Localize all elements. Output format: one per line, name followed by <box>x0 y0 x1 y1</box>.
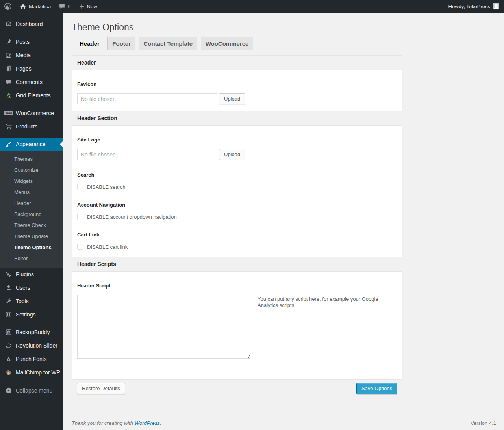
disable-account-nav-label: DISABLE account dropdown navigation <box>87 214 177 220</box>
submenu-item-theme-update[interactable]: Theme Update <box>0 231 63 242</box>
new-menu[interactable]: New <box>75 0 101 13</box>
comment-bubble-icon <box>59 3 65 10</box>
site-logo-file-input[interactable] <box>77 149 217 160</box>
sidebar-item-appearance[interactable]: Appearance <box>0 138 63 151</box>
home-icon <box>20 3 26 10</box>
disable-cart-link-checkbox[interactable] <box>77 244 83 250</box>
header-script-textarea[interactable] <box>77 295 250 359</box>
site-name-menu[interactable]: Marketica <box>16 0 55 13</box>
sidebar-item-label: Punch Fonts <box>16 356 47 362</box>
sidebar-item-media[interactable]: Media <box>0 48 63 62</box>
sidebar-item-label: Appearance <box>16 141 46 147</box>
mailchimp-icon <box>5 369 13 376</box>
wrench-icon <box>5 297 13 305</box>
sidebar-item-woocommerce[interactable]: Woo WooCommerce <box>0 106 63 120</box>
submenu-item-theme-options[interactable]: Theme Options <box>0 242 63 253</box>
submenu-item-editor[interactable]: Editor <box>0 253 63 264</box>
sliders-icon <box>5 311 13 318</box>
submenu-item-widgets[interactable]: Widgets <box>0 176 63 187</box>
sidebar-item-label: Media <box>16 52 31 58</box>
account-menu[interactable]: Howdy, TokoPress <box>448 3 504 9</box>
tab-contact-template[interactable]: Contact Template <box>139 37 197 50</box>
save-options-button[interactable]: Save Options <box>356 383 397 394</box>
sidebar-item-label: BackupBuddy <box>16 329 50 335</box>
sidebar-separator <box>0 321 63 326</box>
sidebar-item-users[interactable]: Users <box>0 281 63 294</box>
tab-header[interactable]: Header <box>75 37 104 50</box>
submenu-item-menus[interactable]: Menus <box>0 187 63 198</box>
sidebar-separator <box>0 102 63 106</box>
sidebar-item-label: Users <box>16 285 30 291</box>
main-content: Theme Options Header Footer Contact Temp… <box>63 13 504 430</box>
disable-search-checkbox[interactable] <box>77 184 83 190</box>
section-header-bar: Header <box>72 56 402 70</box>
disable-cart-link-label: DISABLE cart link <box>87 244 128 250</box>
sidebar-item-label: WooCommerce <box>16 110 54 116</box>
panel-action-bar: Restore Defaults Save Options <box>72 379 402 398</box>
sidebar-item-label: Products <box>16 123 37 130</box>
section-header-section-bar: Header Section <box>72 111 402 126</box>
sidebar-item-plugins[interactable]: Plugins <box>0 268 63 281</box>
sidebar-item-tools[interactable]: Tools <box>0 294 63 308</box>
pages-icon <box>5 65 13 73</box>
tab-woocommerce[interactable]: WooCommerce <box>201 37 254 50</box>
sidebar-item-grid-elements[interactable]: Grid Elements <box>0 89 63 102</box>
cart-link-label: Cart Link <box>72 232 402 238</box>
sidebar-item-label: Plugins <box>16 271 34 277</box>
section-header-scripts-bar: Header Scripts <box>72 257 402 272</box>
media-icon <box>5 51 13 59</box>
restore-defaults-button[interactable]: Restore Defaults <box>77 383 125 394</box>
favicon-file-input[interactable] <box>77 93 217 104</box>
account-navigation-label: Account Navigation <box>72 202 402 208</box>
disable-account-nav-checkbox[interactable] <box>77 214 83 220</box>
submenu-item-header[interactable]: Header <box>0 198 63 209</box>
comments-menu[interactable]: 0 <box>55 0 74 13</box>
sidebar-item-mailchimp[interactable]: MailChimp for WP <box>0 366 63 379</box>
sidebar-item-pages[interactable]: Pages <box>0 62 63 75</box>
tab-footer[interactable]: Footer <box>107 37 135 50</box>
wordpress-logo-menu[interactable] <box>0 0 16 13</box>
sidebar-separator <box>0 31 63 35</box>
collapse-menu-label: Collapse menu <box>16 387 52 394</box>
site-logo-upload-button[interactable]: Upload <box>219 149 245 160</box>
favicon-upload-button[interactable]: Upload <box>219 93 245 104</box>
refresh-icon <box>5 342 13 350</box>
cart-icon <box>5 123 13 130</box>
sidebar-item-label: Grid Elements <box>16 92 51 99</box>
dashboard-icon <box>5 20 13 28</box>
submenu-item-theme-check[interactable]: Theme Check <box>0 220 63 231</box>
header-script-label: Header Script <box>72 283 402 289</box>
sidebar-item-backupbuddy[interactable]: BackupBuddy <box>0 326 63 339</box>
footer-period: . <box>160 420 161 426</box>
submenu-item-background[interactable]: Background <box>0 209 63 220</box>
sidebar-item-label: Settings <box>16 311 36 318</box>
wordpress-link[interactable]: WordPress <box>135 420 160 426</box>
sidebar-item-label: Posts <box>16 39 30 45</box>
theme-options-tabs: Header Footer Contact Template WooCommer… <box>72 37 496 50</box>
submenu-item-themes[interactable]: Themes <box>0 154 63 165</box>
sidebar-item-revolution-slider[interactable]: Revolution Slider <box>0 339 63 352</box>
sidebar-item-settings[interactable]: Settings <box>0 308 63 321</box>
sidebar-item-posts[interactable]: Posts <box>0 35 63 48</box>
sidebar-separator <box>0 133 63 138</box>
page-title: Theme Options <box>72 22 496 33</box>
sidebar-item-punch-fonts[interactable]: A Punch Fonts <box>0 352 63 366</box>
sidebar-item-label: Pages <box>16 65 32 72</box>
options-panel: Header Favicon Upload Header Section Sit… <box>72 55 402 398</box>
collapse-menu-button[interactable]: Collapse menu <box>0 384 63 397</box>
submenu-item-customize[interactable]: Customize <box>0 165 63 176</box>
admin-footer: Thank you for creating with WordPress. V… <box>72 420 496 430</box>
sidebar-item-comments[interactable]: Comments <box>0 75 63 89</box>
search-label: Search <box>72 172 402 178</box>
sidebar-item-dashboard[interactable]: Dashboard <box>0 17 63 31</box>
grid-elements-icon <box>5 91 13 99</box>
collapse-arrow-icon <box>5 387 13 395</box>
plus-icon <box>79 4 85 9</box>
sidebar-item-label: Tools <box>16 298 29 304</box>
favicon-label: Favicon <box>72 81 402 87</box>
disable-search-label: DISABLE search <box>87 184 126 190</box>
sidebar-item-products[interactable]: Products <box>0 120 63 133</box>
comment-count: 0 <box>68 4 70 9</box>
version-label: Version 4.1 <box>471 420 496 426</box>
sidebar-item-label: Dashboard <box>16 21 43 27</box>
